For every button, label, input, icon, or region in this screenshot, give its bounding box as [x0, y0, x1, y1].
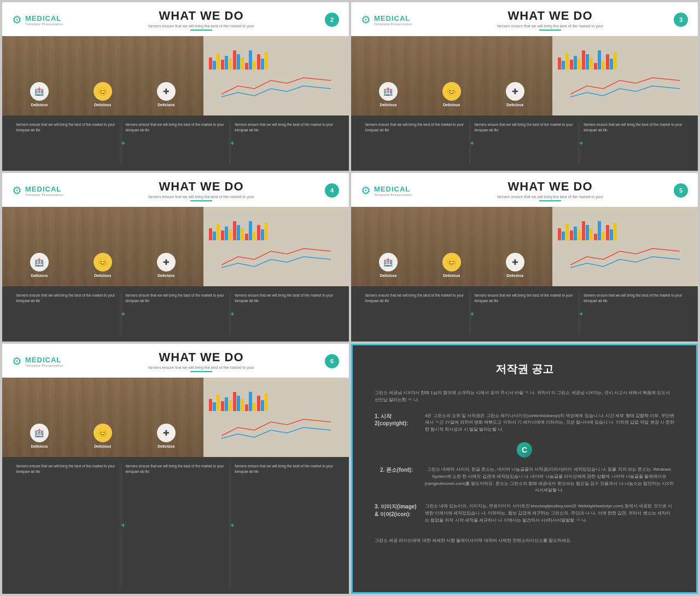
desc-text-4-3: farmers ensure that we will bring the be…: [584, 293, 684, 304]
photo-right-2: [552, 36, 698, 115]
chart-mock-1: [203, 36, 349, 115]
copyright-panel: 저작권 공고 그런소 세공남 시X야서 한때 1남의 함의에 소개하는 시에서 …: [353, 345, 696, 592]
photo-strip-2: 🏥 Delicious 😊 Delicious ✚ Delicious: [351, 36, 698, 115]
icon-item-3-3: ✚ Delicious: [157, 253, 176, 277]
copyright-footer: 그런소 세공 라이선세에 대한 세세한 사항 들에이서이에 대하여 사제한 컨텐…: [375, 537, 674, 545]
icon-item-5-1: 🏥 Delicious: [30, 424, 49, 448]
briefcase-icon-5: 🏥: [30, 424, 49, 442]
chart-bars-5: [207, 381, 346, 411]
icon-group-2: 🏥 Delicious 😊 Delicious ✚ Delicious: [351, 82, 552, 111]
icon-label-5-3: Delicious: [158, 444, 174, 448]
icon-group-4: 🏥 Delicious 😊 Delicious ✚ Delicious: [351, 253, 552, 282]
desc-text-3-1: farmers ensure that we will bring the be…: [16, 293, 116, 304]
desc-col-4-2: farmers ensure that we will bring the be…: [470, 293, 580, 335]
header-underline-2: [539, 30, 561, 31]
briefcase-icon-4: 🏥: [379, 253, 398, 271]
desc-area-4: farmers ensure that we will bring the be…: [351, 286, 698, 342]
copyright-logo-c: C: [517, 442, 532, 458]
face-icon-2: 😊: [442, 82, 461, 101]
chart-line-svg-4: [556, 240, 695, 273]
header-center-1: WHAT WE DO farmers ensure that we will b…: [78, 9, 325, 31]
photo-right-4: [552, 207, 698, 286]
icon-label-1-1: Delicious: [31, 103, 48, 107]
slide-number-5: 6: [325, 354, 339, 368]
face-icon-3: 😊: [94, 253, 112, 271]
icon-group-3: 🏥 Delicious 😊 Delicious ✚ Delicious: [2, 253, 203, 282]
logo-area-5: ⚙ MEDICAL Template Presentation: [12, 355, 78, 368]
slide-number-1: 2: [325, 13, 339, 27]
slide-2-header: ⚙ MEDICAL Template Presentation WHAT WE …: [351, 2, 698, 36]
slide-title-1: WHAT WE DO: [159, 9, 243, 23]
logo-title-3: MEDICAL: [25, 185, 63, 193]
plus-icon-4-2: +: [579, 310, 583, 318]
slide-subtitle-4: farmers ensure that we will bring the be…: [497, 195, 603, 199]
copyright-num-1: 1. 시작 2(copyright):: [375, 413, 418, 426]
chart-line-svg-1: [207, 70, 346, 102]
icon-item-3-2: 😊 Delicious: [94, 253, 112, 277]
chart-line-svg-3: [207, 240, 346, 273]
photo-strip-3: 🏥 Delicious 😊 Delicious ✚ Delicious: [2, 207, 349, 286]
copyright-num-2: 2. 폰소(font):: [375, 466, 418, 474]
photo-left-3: 🏥 Delicious 😊 Delicious ✚ Delicious: [2, 207, 203, 286]
logo-subtitle-4: Template Presentation: [374, 193, 412, 196]
header-underline-5: [190, 371, 212, 372]
desc-text-5-2: farmers ensure that we will bring the be…: [126, 464, 226, 475]
icon-label-4-1: Delicious: [380, 274, 396, 277]
desc-col-2-2: farmers ensure that we will bring the be…: [470, 122, 580, 164]
slide-number-2: 3: [674, 13, 688, 27]
icon-item-1-1: 🏥 Delicious: [30, 82, 49, 107]
icon-item-5-3: ✚ Delicious: [157, 424, 176, 448]
slide-title-5: WHAT WE DO: [159, 350, 243, 364]
photo-left-4: 🏥 Delicious 😊 Delicious ✚ Delicious: [351, 207, 552, 286]
icon-item-5-2: 😊 Delicious: [94, 424, 112, 448]
slide-4-header: ⚙ MEDICAL Template Presentation WHAT WE …: [351, 173, 698, 207]
icon-item-4-3: ✚ Delicious: [506, 253, 524, 277]
logo-title-5: MEDICAL: [25, 356, 63, 364]
header-center-3: WHAT WE DO farmers ensure that we will b…: [78, 180, 325, 201]
header-center-4: WHAT WE DO farmers ensure that we will b…: [427, 180, 674, 201]
icon-item-2-2: 😊 Delicious: [442, 82, 461, 107]
icon-label-2-2: Delicious: [443, 103, 460, 107]
slide-5-header: ⚙ MEDICAL Template Presentation WHAT WE …: [2, 344, 349, 378]
copyright-text-3: 그런소 내에 있는이의, 이미지는, 무료이미지 사이트인 khocboylpi…: [425, 503, 674, 524]
desc-col-3-3: farmers ensure that we will bring the be…: [230, 293, 339, 335]
briefcase-icon-3: 🏥: [30, 253, 49, 271]
face-icon-1: 😊: [94, 82, 112, 101]
copyright-section-2: C 2. 폰소(font): 그런소 내에며 사이의, 한글 폰소는, 네이버 …: [375, 442, 674, 494]
desc-col-1-1: farmers ensure that we will bring the be…: [12, 122, 121, 164]
plus-icon-5-2: +: [230, 522, 234, 529]
logo-title-2: MEDICAL: [374, 14, 412, 22]
chart-bars-1: [207, 39, 346, 70]
chart-mock-5: [203, 378, 349, 457]
chart-mock-2: [552, 36, 698, 115]
desc-col-3-1: farmers ensure that we will bring the be…: [12, 293, 121, 335]
cross-icon-3: ✚: [157, 253, 176, 271]
slide-title-4: WHAT WE DO: [508, 180, 592, 194]
logo-subtitle-5: Template Presentation: [25, 364, 63, 367]
photo-right-3: [203, 207, 349, 286]
desc-text-2-1: farmers ensure that we will bring the be…: [365, 122, 465, 133]
desc-area-3: farmers ensure that we will bring the be…: [2, 286, 349, 342]
copyright-slide: 저작권 공고 그런소 세공남 시X야서 한때 1남의 함의에 소개하는 시에서 …: [351, 344, 698, 594]
gear-icon-5: ⚙: [12, 355, 22, 368]
cross-icon-1: ✚: [157, 82, 176, 101]
copyright-text-2: 그런소 내에며 사이의, 한글 폰소는, 네이버 나눔글꼴의 서작권(리라서)아…: [424, 466, 674, 494]
icon-label-3-3: Delicious: [158, 274, 174, 277]
icon-label-1-2: Delicious: [94, 103, 111, 107]
desc-col-5-2: farmers ensure that we will bring the be…: [121, 464, 231, 587]
plus-icon-4-1: +: [470, 310, 474, 318]
slide-subtitle-1: farmers ensure that we will bring the be…: [148, 24, 254, 28]
header-center-2: WHAT WE DO farmers ensure that we will b…: [427, 9, 674, 31]
gear-icon-2: ⚙: [361, 13, 371, 26]
plus-icon-2-2: +: [579, 140, 583, 147]
photo-left-5: 🏥 Delicious 😊 Delicious ✚ Delicious: [2, 378, 203, 457]
slide-subtitle-3: farmers ensure that we will bring the be…: [148, 195, 254, 199]
slide-1-header: ⚙ MEDICAL Template Presentation WHAT WE …: [2, 2, 349, 36]
header-underline-1: [190, 30, 212, 31]
photo-right-1: [203, 36, 349, 115]
icon-label-4-3: Delicious: [506, 274, 523, 277]
desc-text-1-2: farmers ensure that we will bring the be…: [126, 122, 226, 133]
icon-group-5: 🏥 Delicious 😊 Delicious ✚ Delicious: [2, 424, 203, 453]
icon-item-2-1: 🏥 Delicious: [379, 82, 398, 107]
icon-label-4-2: Delicious: [443, 274, 460, 277]
